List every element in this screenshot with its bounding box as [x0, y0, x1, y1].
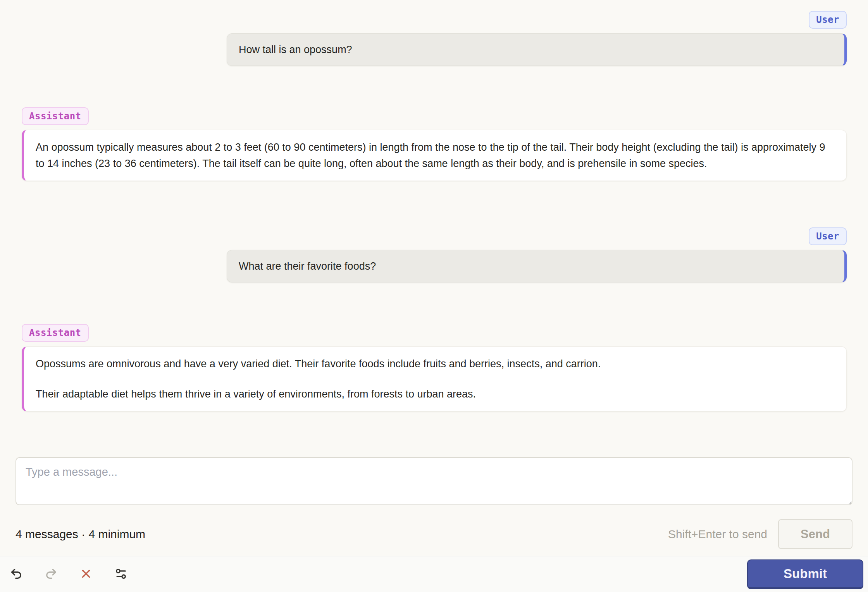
x-icon: [79, 567, 93, 582]
assistant-message: Assistant Opossums are omnivorous and ha…: [22, 324, 847, 411]
composer-footer: 4 messages · 4 minimum Shift+Enter to se…: [16, 519, 852, 549]
user-message: User What are their favorite foods?: [22, 227, 847, 282]
chat-transcript: User How tall is an opossum? Assistant A…: [0, 0, 868, 411]
send-button[interactable]: Send: [778, 519, 852, 549]
user-role-badge: User: [809, 227, 847, 245]
user-message-bubble: How tall is an opossum?: [227, 33, 847, 66]
undo-icon: [10, 567, 23, 582]
user-message-bubble: What are their favorite foods?: [227, 250, 847, 282]
send-shortcut-hint: Shift+Enter to send: [668, 528, 767, 541]
user-role-badge: User: [809, 11, 847, 29]
redo-button[interactable]: [40, 563, 63, 586]
message-count-status: 4 messages · 4 minimum: [16, 528, 145, 541]
submit-button[interactable]: Submit: [747, 559, 863, 589]
message-input[interactable]: [16, 457, 852, 505]
assistant-paragraph: Opossums are omnivorous and have a very …: [36, 356, 835, 372]
assistant-paragraph: An opossum typically measures about 2 to…: [36, 139, 835, 172]
message-composer: 4 messages · 4 minimum Shift+Enter to se…: [0, 457, 868, 549]
assistant-message: Assistant An opossum typically measures …: [22, 107, 847, 181]
assistant-role-badge: Assistant: [22, 324, 89, 342]
assistant-message-card: An opossum typically measures about 2 to…: [22, 130, 847, 181]
spacer: [22, 181, 847, 227]
undo-button[interactable]: [5, 563, 28, 586]
redo-icon: [45, 567, 58, 582]
bottom-toolbar: Submit: [0, 556, 868, 592]
user-message: User How tall is an opossum?: [22, 11, 847, 66]
spacer: [22, 66, 847, 107]
assistant-role-badge: Assistant: [22, 107, 89, 125]
sliders-icon: [114, 567, 127, 582]
spacer: [22, 282, 847, 324]
assistant-paragraph: Their adaptable diet helps them thrive i…: [36, 386, 835, 402]
settings-button[interactable]: [109, 563, 133, 586]
discard-button[interactable]: [74, 563, 98, 586]
assistant-message-card: Opossums are omnivorous and have a very …: [22, 346, 847, 411]
